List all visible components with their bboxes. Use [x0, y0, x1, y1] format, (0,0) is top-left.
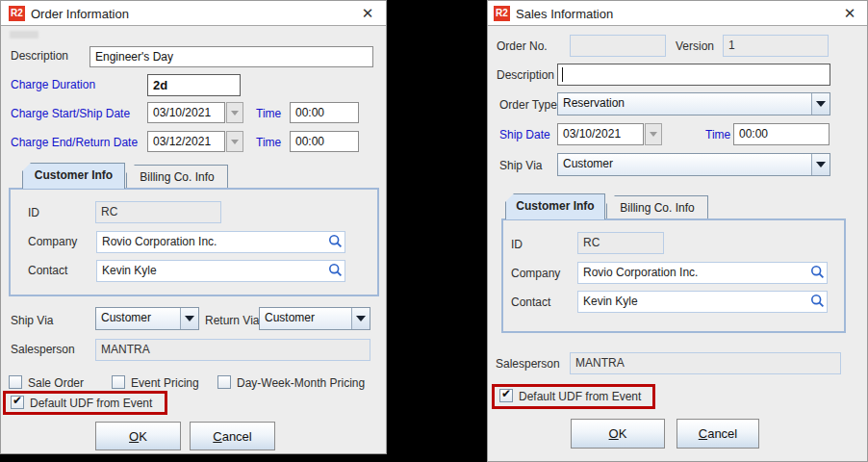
salesperson-field: MANTRA: [95, 339, 370, 361]
order-dialog-titlebar[interactable]: R2 Order Information ✕: [1, 1, 386, 26]
sale-order-label: Sale Order: [28, 376, 84, 390]
ship-date-input[interactable]: 03/10/2021: [557, 123, 644, 145]
close-icon[interactable]: ✕: [359, 5, 376, 22]
day-week-month-pricing-label: Day-Week-Month Pricing: [237, 376, 365, 390]
sale-order-checkbox[interactable]: [9, 375, 22, 389]
contact-label: Contact: [511, 295, 550, 309]
ship-via-dropdown-icon: [180, 308, 198, 329]
default-udf-label: Default UDF from Event: [30, 397, 152, 410]
tab-billing-co-info[interactable]: Billing Co. Info: [126, 165, 228, 189]
description-label: Description: [497, 68, 554, 82]
id-field: RC: [95, 201, 221, 223]
ok-button-label: OK: [129, 429, 147, 444]
r2-logo-icon: R2: [9, 6, 25, 21]
ship-date-dropdown-icon[interactable]: [645, 123, 662, 145]
end-time-input[interactable]: 00:00: [290, 131, 359, 152]
company-label: Company: [28, 235, 77, 248]
order-no-field: [570, 35, 666, 57]
tab-customer-info[interactable]: Customer Info: [505, 193, 605, 219]
event-pricing-checkbox[interactable]: [112, 375, 125, 389]
company-search-icon[interactable]: [328, 234, 343, 248]
ship-via-combobox[interactable]: Customer: [557, 153, 830, 176]
return-via-label: Return Via: [205, 314, 259, 327]
close-icon[interactable]: ✕: [841, 5, 858, 22]
day-week-month-pricing-checkbox[interactable]: [217, 375, 231, 389]
order-type-label: Order Type: [499, 98, 557, 112]
tab-customer-info-label: Customer Info: [23, 168, 124, 182]
salesperson-label: Salesperson: [11, 343, 75, 356]
company-field[interactable]: Rovio Corporation Inc.: [96, 231, 345, 253]
company-label: Company: [511, 267, 560, 280]
salesperson-field: MANTRA: [570, 352, 841, 374]
tab-billing-co-info[interactable]: Billing Co. Info: [606, 195, 708, 219]
ship-date-label: Ship Date: [499, 128, 550, 141]
return-via-dropdown-icon: [351, 308, 370, 329]
ok-button-label: OK: [609, 426, 627, 441]
return-via-value: Customer: [265, 311, 315, 324]
ship-time-input[interactable]: 00:00: [733, 123, 830, 145]
sales-dialog-title: Sales Information: [516, 7, 613, 21]
id-field: RC: [577, 232, 664, 254]
checkmark-icon: ✔: [501, 387, 511, 400]
return-via-combobox[interactable]: Customer: [259, 307, 370, 330]
order-information-dialog: R2 Order Information ✕ Description Engin…: [0, 0, 387, 454]
cancel-button[interactable]: Cancel: [190, 422, 275, 450]
company-field[interactable]: Rovio Corporation Inc.: [577, 262, 828, 284]
tab-customer-info[interactable]: Customer Info: [22, 163, 125, 189]
default-udf-checkbox[interactable]: ✔: [11, 396, 24, 409]
default-udf-checkbox[interactable]: ✔: [499, 389, 513, 402]
sales-information-dialog: R2 Sales Information ✕ Order No. Version…: [487, 0, 868, 462]
charge-end-date-label: Charge End/Return Date: [11, 136, 138, 149]
event-pricing-label: Event Pricing: [131, 376, 199, 390]
tab-billing-co-info-label: Billing Co. Info: [127, 170, 227, 184]
smudge-artifact: [10, 31, 38, 38]
cancel-button[interactable]: Cancel: [677, 419, 759, 449]
cancel-button-label: Cancel: [213, 429, 251, 444]
contact-field[interactable]: Kevin Kyle: [577, 291, 828, 313]
order-type-combobox[interactable]: Reservation: [557, 92, 830, 116]
charge-end-date-dropdown-icon[interactable]: [226, 131, 243, 152]
default-udf-label: Default UDF from Event: [519, 390, 641, 403]
tab-customer-info-label: Customer Info: [506, 199, 604, 213]
version-label: Version: [676, 39, 714, 53]
ok-button[interactable]: OK: [571, 419, 665, 449]
order-no-label: Order No.: [497, 39, 548, 53]
company-search-icon[interactable]: [810, 265, 825, 279]
description-input[interactable]: [557, 64, 830, 86]
tab-billing-co-info-label: Billing Co. Info: [607, 201, 707, 215]
charge-start-date-dropdown-icon[interactable]: [226, 102, 243, 123]
charge-end-date-input[interactable]: 03/12/2021: [147, 131, 225, 152]
cancel-button-label: Cancel: [699, 426, 737, 441]
screenshot-stage: R2 Order Information ✕ Description Engin…: [0, 0, 868, 462]
charge-start-date-input[interactable]: 03/10/2021: [147, 102, 225, 123]
ship-via-combobox[interactable]: Customer: [95, 307, 199, 330]
contact-field[interactable]: Kevin Kyle: [96, 260, 345, 282]
start-time-label: Time: [256, 107, 281, 120]
salesperson-label: Salesperson: [496, 357, 560, 371]
ship-via-label: Ship Via: [11, 314, 53, 327]
description-input[interactable]: Engineer's Day: [89, 46, 373, 67]
description-label: Description: [11, 49, 68, 63]
contact-label: Contact: [28, 264, 67, 277]
start-time-input[interactable]: 00:00: [290, 102, 359, 123]
ship-time-label: Time: [705, 128, 730, 141]
text-caret: [562, 67, 563, 82]
id-label: ID: [28, 206, 39, 219]
sales-dialog-titlebar[interactable]: R2 Sales Information ✕: [488, 1, 867, 26]
charge-duration-label: Charge Duration: [11, 78, 95, 91]
r2-logo-icon: R2: [494, 6, 510, 21]
end-time-label: Time: [256, 136, 281, 149]
checkmark-icon: ✔: [13, 394, 22, 407]
charge-start-date-label: Charge Start/Ship Date: [11, 107, 130, 120]
ship-via-dropdown-icon: [811, 154, 830, 175]
ok-button[interactable]: OK: [95, 422, 181, 450]
contact-search-icon[interactable]: [328, 263, 343, 277]
ship-via-value: Customer: [101, 311, 151, 324]
ship-via-label: Ship Via: [499, 159, 542, 172]
contact-search-icon[interactable]: [810, 294, 825, 308]
order-type-dropdown-icon: [811, 93, 830, 115]
order-dialog-title: Order Information: [31, 7, 129, 21]
id-label: ID: [511, 238, 523, 251]
charge-duration-input[interactable]: 2d: [147, 74, 241, 96]
version-field: 1: [723, 35, 829, 57]
